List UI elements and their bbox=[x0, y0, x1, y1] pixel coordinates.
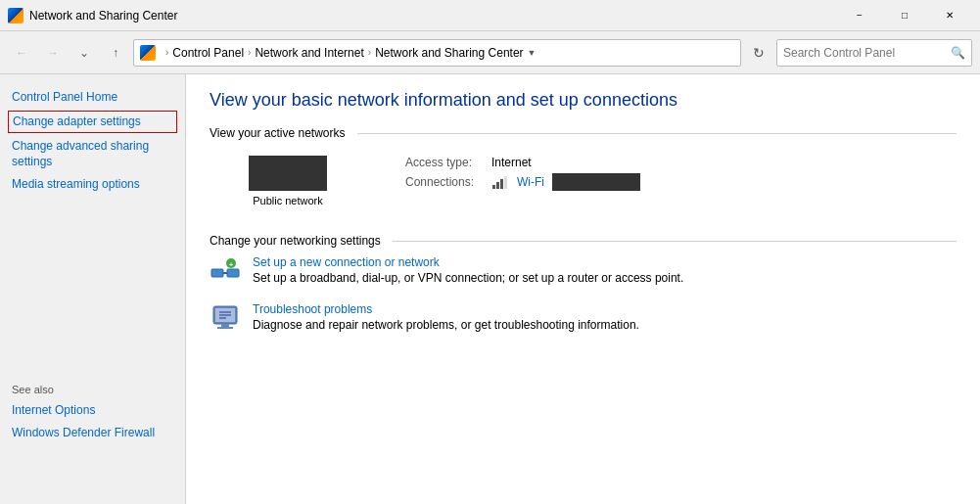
new-connection-text: Set up a new connection or network Set u… bbox=[253, 255, 957, 285]
wifi-label[interactable]: Wi-Fi bbox=[517, 175, 544, 189]
access-type-row: Access type: Internet bbox=[405, 156, 957, 169]
minimize-button[interactable]: − bbox=[837, 0, 882, 31]
breadcrumb-dropdown-icon[interactable]: ▼ bbox=[528, 48, 537, 58]
svg-rect-1 bbox=[496, 182, 499, 189]
svg-rect-5 bbox=[227, 269, 239, 277]
sidebar-item-media-streaming[interactable]: Media streaming options bbox=[0, 173, 185, 196]
sidebar-item-change-advanced[interactable]: Change advanced sharing settings bbox=[0, 135, 185, 174]
network-icon-block bbox=[249, 156, 327, 191]
new-connection-desc: Set up a broadband, dial-up, or VPN conn… bbox=[253, 271, 683, 285]
connection-name-redacted bbox=[552, 173, 640, 191]
new-connection-icon: + bbox=[210, 255, 241, 287]
active-networks-header: View your active networks bbox=[210, 126, 957, 140]
troubleshoot-icon bbox=[210, 302, 241, 334]
new-connection-link[interactable]: Set up a new connection or network bbox=[253, 255, 957, 269]
svg-text:+: + bbox=[229, 260, 234, 269]
cp-icon bbox=[140, 45, 156, 61]
settings-item-new-connection: + Set up a new connection or network Set… bbox=[210, 255, 957, 287]
svg-rect-0 bbox=[492, 185, 495, 189]
svg-rect-11 bbox=[221, 324, 229, 327]
sidebar-internet-options[interactable]: Internet Options bbox=[12, 399, 173, 422]
access-type-value: Internet bbox=[491, 156, 532, 169]
window-title: Network and Sharing Center bbox=[29, 9, 837, 23]
breadcrumb-network-internet[interactable]: Network and Internet bbox=[255, 46, 363, 60]
breadcrumb-current[interactable]: Network and Sharing Center bbox=[375, 46, 523, 60]
wifi-bars-svg bbox=[491, 175, 509, 189]
sidebar-item-change-adapter[interactable]: Change adapter settings bbox=[8, 111, 177, 133]
breadcrumb-bar: › Control Panel › Network and Internet ›… bbox=[133, 39, 741, 67]
content-area: View your basic network information and … bbox=[186, 74, 980, 504]
connections-label: Connections: bbox=[405, 175, 484, 189]
sidebar: Control Panel Home Change adapter settin… bbox=[0, 74, 186, 504]
troubleshoot-desc: Diagnose and repair network problems, or… bbox=[253, 318, 639, 332]
network-info-row: Public network Access type: Internet Con… bbox=[210, 148, 957, 214]
breadcrumb-sep-2: › bbox=[368, 47, 371, 58]
titlebar: Network and Sharing Center − □ ✕ bbox=[0, 0, 980, 31]
change-settings-header: Change your networking settings bbox=[210, 234, 957, 248]
svg-rect-12 bbox=[217, 327, 233, 329]
wifi-icon bbox=[491, 175, 509, 189]
search-box: 🔍 bbox=[776, 39, 972, 67]
see-also-title: See also bbox=[12, 384, 173, 395]
search-input[interactable] bbox=[783, 46, 951, 60]
app-icon bbox=[8, 8, 23, 23]
breadcrumb-sep-1: › bbox=[248, 47, 251, 58]
maximize-button[interactable]: □ bbox=[882, 0, 927, 31]
sidebar-item-cp-home[interactable]: Control Panel Home bbox=[0, 86, 185, 109]
breadcrumb-sep-0: › bbox=[165, 47, 168, 58]
close-button[interactable]: ✕ bbox=[927, 0, 972, 31]
svg-rect-2 bbox=[500, 179, 503, 189]
search-icon[interactable]: 🔍 bbox=[951, 46, 965, 60]
network-name-block: Public network bbox=[210, 156, 366, 206]
svg-rect-3 bbox=[504, 176, 507, 189]
connections-row: Connections: Wi-Fi bbox=[405, 173, 957, 191]
window-controls: − □ ✕ bbox=[837, 0, 972, 31]
svg-rect-4 bbox=[211, 269, 223, 277]
forward-button[interactable]: → bbox=[39, 39, 67, 67]
breadcrumb-control-panel[interactable]: Control Panel bbox=[172, 46, 244, 60]
back-button[interactable]: ← bbox=[8, 39, 35, 67]
network-label: Public network bbox=[253, 195, 323, 206]
settings-item-troubleshoot: Troubleshoot problems Diagnose and repai… bbox=[210, 302, 957, 334]
network-details: Access type: Internet Connections: bbox=[366, 156, 957, 195]
addressbar: ← → ⌄ ↑ › Control Panel › Network and In… bbox=[0, 31, 980, 74]
up-button[interactable]: ↑ bbox=[102, 39, 129, 67]
troubleshoot-text: Troubleshoot problems Diagnose and repai… bbox=[253, 302, 957, 332]
access-type-label: Access type: bbox=[405, 156, 484, 169]
main-layout: Control Panel Home Change adapter settin… bbox=[0, 74, 980, 504]
recent-locations-button[interactable]: ⌄ bbox=[70, 39, 98, 67]
troubleshoot-link[interactable]: Troubleshoot problems bbox=[253, 302, 957, 316]
refresh-button[interactable]: ↻ bbox=[745, 39, 772, 67]
page-title: View your basic network information and … bbox=[210, 90, 957, 111]
sidebar-firewall[interactable]: Windows Defender Firewall bbox=[12, 422, 173, 444]
settings-section: + Set up a new connection or network Set… bbox=[210, 255, 957, 334]
